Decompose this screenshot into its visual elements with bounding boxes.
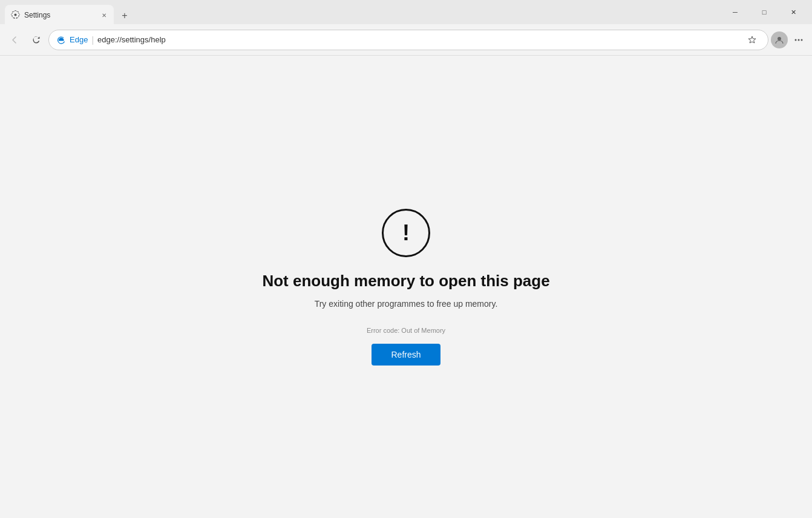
tab-close-button[interactable]: ✕ bbox=[99, 10, 109, 20]
svg-point-0 bbox=[15, 14, 17, 16]
error-icon: ! bbox=[382, 209, 430, 257]
more-icon bbox=[794, 35, 804, 45]
main-content: ! Not enough memory to open this page Tr… bbox=[0, 56, 812, 518]
new-tab-button[interactable]: + bbox=[116, 7, 133, 24]
refresh-icon bbox=[31, 35, 41, 45]
refresh-nav-button[interactable] bbox=[27, 30, 46, 50]
maximize-button[interactable]: □ bbox=[750, 2, 778, 22]
address-box[interactable]: Edge | edge://settings/help bbox=[48, 30, 768, 50]
favorite-button[interactable] bbox=[744, 31, 761, 48]
address-bar-row: Edge | edge://settings/help bbox=[0, 24, 812, 56]
svg-point-2 bbox=[795, 39, 797, 41]
close-window-button[interactable]: ✕ bbox=[779, 2, 807, 22]
back-button[interactable] bbox=[5, 30, 24, 50]
edge-logo-icon bbox=[56, 35, 66, 45]
tab-title-text: Settings bbox=[24, 11, 96, 19]
error-title: Not enough memory to open this page bbox=[262, 272, 549, 290]
svg-point-1 bbox=[778, 37, 781, 41]
address-separator: | bbox=[91, 35, 94, 45]
address-text: edge://settings/help bbox=[97, 35, 740, 44]
tab-area: Settings ✕ + bbox=[5, 0, 721, 24]
minimize-button[interactable]: ─ bbox=[721, 2, 749, 22]
error-subtitle: Try exiting other programmes to free up … bbox=[315, 299, 498, 309]
star-icon bbox=[748, 36, 756, 44]
window-controls: ─ □ ✕ bbox=[721, 2, 807, 22]
active-tab[interactable]: Settings ✕ bbox=[5, 5, 114, 25]
title-bar: Settings ✕ + ─ □ ✕ bbox=[0, 0, 812, 24]
profile-icon bbox=[774, 35, 784, 45]
error-code: Error code: Out of Memory bbox=[367, 327, 445, 334]
settings-more-button[interactable] bbox=[790, 31, 807, 48]
svg-point-4 bbox=[801, 39, 803, 41]
settings-icon bbox=[11, 10, 21, 20]
profile-button[interactable] bbox=[771, 31, 788, 48]
refresh-button[interactable]: Refresh bbox=[372, 344, 440, 366]
edge-brand-label: Edge bbox=[70, 35, 88, 44]
svg-point-3 bbox=[798, 39, 800, 41]
address-right-controls bbox=[744, 31, 761, 48]
back-icon bbox=[10, 35, 19, 45]
